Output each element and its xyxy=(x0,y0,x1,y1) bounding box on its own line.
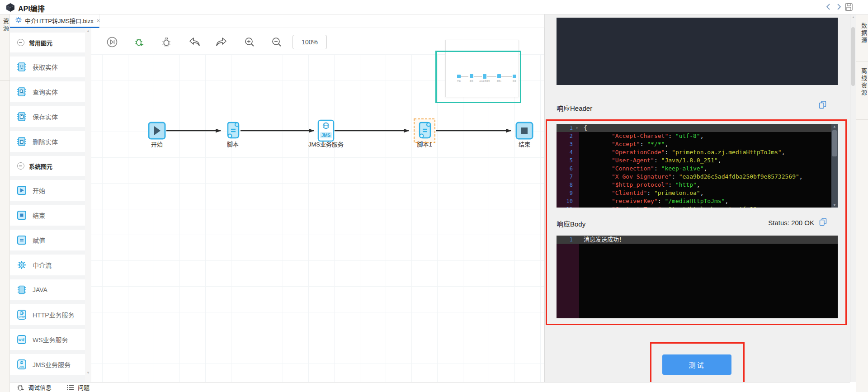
scroll-up-icon[interactable]: ▲ xyxy=(831,124,838,128)
right-rail: 数据源 离线资源 xyxy=(856,14,868,392)
rail-divider xyxy=(856,61,868,62)
node-script1[interactable]: 脚本1 xyxy=(414,119,435,148)
svg-text:结束: 结束 xyxy=(519,141,530,148)
svg-text:WS: WS xyxy=(18,338,24,342)
tab-media-http-to-jms[interactable]: 中介HTTP转JMS接口.bizx × xyxy=(10,14,99,28)
app-logo-icon xyxy=(5,2,15,14)
debug-info-tab[interactable]: 调试信息 xyxy=(17,383,52,392)
chip-query-entity-icon xyxy=(16,86,27,97)
rail-divider xyxy=(856,119,868,120)
response-header-editor[interactable]: 1{ 2"Accept-Charset": "utf-8", 3"Accept"… xyxy=(557,124,838,208)
palette-item-http-service[interactable]: HTTP HTTP业务服务 xyxy=(10,304,85,325)
palette-section-system[interactable]: 系统图元 xyxy=(10,156,85,176)
start-icon xyxy=(16,185,27,196)
scrollbar-thumb[interactable] xyxy=(832,130,837,156)
svg-text:开始: 开始 xyxy=(151,141,163,148)
tab-bar: 中介HTTP转JMS接口.bizx × xyxy=(10,14,544,28)
status-badge: Status: 200 OK xyxy=(768,219,814,227)
java-chip-icon xyxy=(16,284,27,295)
rail-item-datasource[interactable]: 数据源 xyxy=(859,23,868,44)
http-service-icon: HTTP xyxy=(16,309,27,320)
nav-forward-icon[interactable] xyxy=(835,3,843,13)
code-line: 2"Accept-Charset": "utf-8", xyxy=(557,132,831,140)
mediation-flow-icon xyxy=(16,260,27,270)
end-icon xyxy=(16,210,27,221)
app-bar: API编排 xyxy=(0,0,868,14)
debug-icon xyxy=(17,383,24,391)
palette-scrollbar[interactable]: ▲ ▼ xyxy=(85,28,91,382)
node-jms-service[interactable]: JMS JMS业务服务 xyxy=(308,120,344,148)
problems-tab[interactable]: 问题 xyxy=(67,383,90,392)
test-button[interactable]: 测试 xyxy=(662,354,731,375)
palette-item-jms-service[interactable]: JMS JMS业务服务 xyxy=(10,354,85,375)
palette-item-mediation-flow[interactable]: 中介流 xyxy=(10,255,85,275)
svg-text:脚本: 脚本 xyxy=(227,141,239,148)
scroll-down-icon[interactable]: ▼ xyxy=(85,371,91,375)
palette-item-start[interactable]: 开始 xyxy=(10,180,85,201)
response-header-label: 响应Header xyxy=(557,103,592,113)
code-line: 4"OperationCode": "primeton.oa.zj.mediaH… xyxy=(557,148,831,156)
palette-item-delete-entity[interactable]: 删除实体 xyxy=(10,131,85,152)
code-line: 7"X-Gov-Signature": "eaa9bd26c5ad4fdba25… xyxy=(557,173,831,181)
code-line: 9"ClientId": "primeton.oa", xyxy=(557,189,831,197)
code-line: 5"User-Agent": "Java/1.8.0_251", xyxy=(557,156,831,165)
nav-back-icon[interactable] xyxy=(825,3,833,13)
svg-text:JMS: JMS xyxy=(321,133,331,138)
jms-service-icon: JMS xyxy=(16,359,27,370)
code-line: 6"Connection": "keep-alive", xyxy=(557,165,831,173)
response-body-label: 响应Body xyxy=(557,219,585,228)
scroll-down-icon[interactable]: ▼ xyxy=(831,203,838,207)
collapse-icon xyxy=(17,162,24,170)
palette-section-common[interactable]: 常用图元 xyxy=(10,33,85,52)
svg-text:JMS业务服务: JMS业务服务 xyxy=(308,141,344,148)
scrollbar-thumb[interactable] xyxy=(851,27,855,86)
copy-body-icon[interactable] xyxy=(819,217,827,228)
code-line: 8"$http_protocol": "http", xyxy=(557,181,831,189)
svg-text:脚本1: 脚本1 xyxy=(417,141,432,148)
code-line: 3"Accept": "*/*", xyxy=(557,140,831,148)
save-icon[interactable] xyxy=(844,3,853,13)
problems-list-icon xyxy=(67,384,74,391)
svg-text:HTTP: HTTP xyxy=(19,316,25,318)
palette-item-ws-service[interactable]: WS WS业务服务 xyxy=(10,329,85,350)
status-bar: 调试信息 问题 xyxy=(0,382,850,392)
assign-icon xyxy=(16,235,27,246)
rail-item-offline-resource[interactable]: 离线资源 xyxy=(859,68,868,97)
code-line: 1消息发送成功！ xyxy=(557,236,838,244)
code-line: 10"receiverKey": "/mediaHttpToJms", xyxy=(557,197,831,205)
palette-item-end[interactable]: 结束 xyxy=(10,205,85,226)
tab-close-icon[interactable]: × xyxy=(97,17,100,24)
palette-item-assign[interactable]: 赋值 xyxy=(10,230,85,250)
svg-text:JMS: JMS xyxy=(19,365,24,368)
response-body-header-row: 响应Body Status: 200 OK xyxy=(545,219,850,231)
panel-scrollbar[interactable]: ▲ xyxy=(850,14,856,382)
ws-service-icon: WS xyxy=(16,334,27,345)
collapse-icon xyxy=(17,39,24,46)
chip-save-entity-icon xyxy=(16,111,27,122)
flow-canvas[interactable]: 100% 开始 xyxy=(91,28,544,382)
copy-header-icon[interactable] xyxy=(819,100,826,111)
app-title: API编排 xyxy=(18,3,45,14)
code-line: 1{ xyxy=(557,124,831,132)
node-script[interactable]: 脚本 xyxy=(227,123,239,148)
node-end[interactable]: 结束 xyxy=(516,123,533,148)
shape-palette: 常用图元 获取实体 查询实体 xyxy=(10,28,85,382)
rail-item-resources[interactable]: 资源 xyxy=(1,18,10,33)
tab-title: 中介HTTP转JMS接口.bizx xyxy=(25,16,94,25)
scroll-up-icon[interactable]: ▲ xyxy=(85,29,91,33)
code-line: 11"Content-Type": "text/html;charset=utf… xyxy=(557,205,831,208)
left-rail: 资源 xyxy=(0,14,10,392)
chip-delete-entity-icon xyxy=(16,136,27,147)
palette-item-java[interactable]: JAVA xyxy=(10,279,85,300)
minimap-viewport[interactable] xyxy=(435,51,521,103)
request-editor[interactable] xyxy=(557,18,838,85)
node-start[interactable]: 开始 xyxy=(149,123,165,148)
palette-item-query-entity[interactable]: 查询实体 xyxy=(10,81,85,102)
response-body-editor[interactable]: 1消息发送成功！ xyxy=(557,236,838,318)
chip-get-entity-icon xyxy=(16,61,27,72)
rail-divider xyxy=(0,80,10,81)
test-result-panel: 响应Header 1{ 2"Accept-Charset": "utf-8", xyxy=(544,14,850,382)
editor-scrollbar[interactable]: ▲ ▼ xyxy=(831,124,838,208)
palette-item-save-entity[interactable]: 保存实体 xyxy=(10,106,85,127)
palette-item-get-entity[interactable]: 获取实体 xyxy=(10,57,85,77)
